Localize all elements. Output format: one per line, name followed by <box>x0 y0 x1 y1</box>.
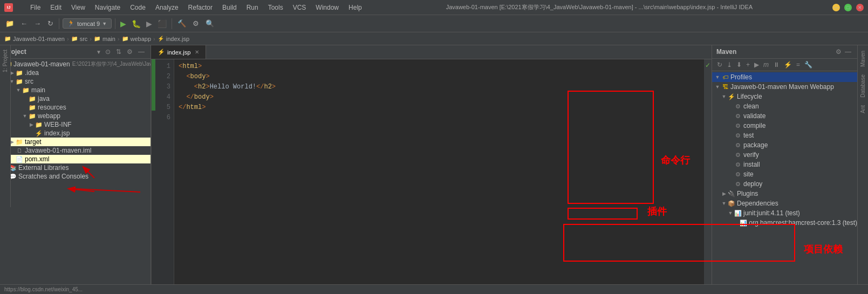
maven-item-test[interactable]: ⚙ test <box>712 131 857 140</box>
menu-build[interactable]: Build <box>218 3 241 12</box>
clean-gear-icon: ⚙ <box>734 103 742 110</box>
code-editor[interactable]: <html> <body> <h2>Hello World!</h2> </bo… <box>174 59 704 294</box>
side-tab-ant[interactable]: Ant <box>859 102 867 117</box>
forward-button[interactable]: → <box>32 18 43 29</box>
run-button[interactable]: ▶ <box>119 18 128 29</box>
menu-vcs[interactable]: VCS <box>289 3 311 12</box>
menu-file[interactable]: File <box>26 3 45 12</box>
menu-run[interactable]: Run <box>242 3 263 12</box>
tree-item-idea[interactable]: ▶ 📁 .idea <box>0 69 151 77</box>
maven-skip-btn[interactable]: ⚡ <box>782 60 794 69</box>
tree-item-java[interactable]: 📁 java <box>0 94 151 103</box>
maven-reimport-btn[interactable]: ⤓ <box>725 60 734 69</box>
search-button[interactable]: 🔍 <box>203 18 216 29</box>
side-tab-database[interactable]: Database <box>859 71 867 101</box>
hamcrest-icon: 📊 <box>740 220 748 227</box>
maven-equal-btn[interactable]: = <box>795 60 802 69</box>
tree-item-extlibs[interactable]: ▶ 📚 External Libraries <box>0 163 151 172</box>
menu-analyze[interactable]: Analyze <box>151 3 183 12</box>
maven-item-junit[interactable]: ▼ 📊 junit:junit:4.11 (test) <box>712 208 857 218</box>
maven-pause-btn[interactable]: ⏸ <box>771 60 781 69</box>
deploy-gear-icon: ⚙ <box>734 181 742 188</box>
coverage-button[interactable]: ▶ <box>145 18 154 29</box>
maven-item-verify[interactable]: ⚙ verify <box>712 150 857 160</box>
menu-navigate[interactable]: Navigate <box>91 3 125 12</box>
tree-item-target[interactable]: ▶ 📁 target <box>0 138 151 146</box>
breadcrumb-webapp[interactable]: webapp <box>131 36 152 42</box>
menu-window[interactable]: Window <box>311 3 343 12</box>
menu-view[interactable]: View <box>67 3 90 12</box>
run-config-label: tomcat 9 <box>77 20 100 27</box>
project-settings-icon[interactable]: ⚙ <box>125 47 134 56</box>
breadcrumb-main[interactable]: main <box>102 36 115 42</box>
project-sync-icon[interactable]: ⊙ <box>104 47 112 56</box>
maven-refresh-btn[interactable]: ↻ <box>715 60 724 69</box>
menu-code[interactable]: Code <box>126 3 150 12</box>
side-tab-maven[interactable]: Maven <box>859 47 867 70</box>
maven-item-deploy[interactable]: ⚙ deploy <box>712 179 857 189</box>
debug-button[interactable]: 🐛 <box>130 18 142 29</box>
tree-item-iml[interactable]: 🗋 Javaweb-01-maven.iml <box>0 146 151 155</box>
open-button[interactable]: 📁 <box>3 18 16 29</box>
line-num-4: 4 <box>155 92 170 102</box>
tree-item-src[interactable]: ▼ 📁 src <box>0 77 151 86</box>
menu-edit[interactable]: Edit <box>46 3 66 12</box>
build-button[interactable]: 🔨 <box>175 18 188 29</box>
editor-tab-indexjsp[interactable]: ⚡ index.jsp ✕ <box>151 45 206 59</box>
back-button[interactable]: ← <box>18 18 30 29</box>
tree-item-pomxml[interactable]: 📄 pom.xml <box>0 155 151 163</box>
maven-item-compile[interactable]: ⚙ compile <box>712 121 857 131</box>
sdk-button[interactable]: ⚙ <box>190 18 201 29</box>
maven-project-icon: 🏗 <box>721 84 729 90</box>
tree-item-webinf[interactable]: ▶ 📁 WEB-INF <box>0 120 151 129</box>
tab-close-indexjsp[interactable]: ✕ <box>195 49 199 55</box>
maven-item-package[interactable]: ⚙ package <box>712 140 857 150</box>
maven-item-validate[interactable]: ⚙ validate <box>712 111 857 121</box>
breadcrumb-project[interactable]: Javaweb-01-maven <box>13 36 65 42</box>
maven-download-btn[interactable]: ⬇ <box>735 60 743 69</box>
maven-item-profiles[interactable]: ▼ 🏷 Profiles <box>712 72 857 82</box>
run-config-selector[interactable]: 🏃 tomcat 9 ▼ <box>63 18 112 29</box>
maven-item-hamcrest[interactable]: 📊 org.hamcrest:hamcrest-core:1.3 (test) <box>712 218 857 228</box>
maven-item-project[interactable]: ▼ 🏗 Javaweb-01-maven Maven Webapp <box>712 82 857 92</box>
maven-item-install[interactable]: ⚙ install <box>712 160 857 169</box>
maven-item-plugins[interactable]: ▶ 🔌 Plugins <box>712 189 857 199</box>
project-tree: ▼ 📁 Javaweb-01-maven E:\2021寒假学习\4_JavaW… <box>0 59 151 294</box>
breadcrumb-sep-2: › <box>90 36 92 42</box>
tree-item-root[interactable]: ▼ 📁 Javaweb-01-maven E:\2021寒假学习\4_JavaW… <box>0 60 151 69</box>
maven-item-dependencies[interactable]: ▼ 📦 Dependencies <box>712 199 857 208</box>
project-hide-icon[interactable]: — <box>136 47 146 56</box>
maven-item-site[interactable]: ⚙ site <box>712 169 857 179</box>
breadcrumb-sep-1: › <box>67 36 69 42</box>
tree-item-webapp[interactable]: ▼ 📁 webapp <box>0 112 151 120</box>
tree-arrow-webinf: ▶ <box>28 122 35 127</box>
maven-label-validate: validate <box>743 112 766 120</box>
line-num-3: 3 <box>155 82 170 92</box>
gutter-mark-3 <box>152 80 155 90</box>
tree-item-indexjsp[interactable]: ⚡ index.jsp <box>0 129 151 138</box>
maven-hide-icon[interactable]: — <box>843 47 853 56</box>
maven-m-btn[interactable]: m <box>762 60 770 69</box>
maven-add-btn[interactable]: + <box>744 60 751 69</box>
maven-item-clean[interactable]: ⚙ clean <box>712 101 857 111</box>
left-panel-tab-project[interactable]: 1: Project <box>1 47 9 74</box>
tree-item-scratches[interactable]: ▶ 💬 Scratches and Consoles <box>0 172 151 181</box>
tree-item-resources[interactable]: 📁 resources <box>0 103 151 112</box>
maximize-button[interactable]: □ <box>844 4 852 11</box>
maven-item-lifecycle[interactable]: ▼ ⚡ Lifecycle <box>712 92 857 101</box>
menu-refactor[interactable]: Refactor <box>184 3 217 12</box>
breadcrumb-indexjsp[interactable]: index.jsp <box>166 36 189 42</box>
close-button[interactable]: ✕ <box>856 4 864 11</box>
sync-button[interactable]: ↻ <box>45 18 56 29</box>
tree-item-main[interactable]: ▼ 📁 main <box>0 86 151 94</box>
maven-run-btn[interactable]: ▶ <box>753 60 761 69</box>
maven-settings-icon[interactable]: ⚙ <box>834 47 843 56</box>
stop-button[interactable]: ⬛ <box>156 18 168 29</box>
maven-wrench-btn[interactable]: 🔧 <box>803 60 814 69</box>
menu-help[interactable]: Help <box>344 3 366 12</box>
breadcrumb-src[interactable]: src <box>80 36 88 42</box>
test-gear-icon: ⚙ <box>734 132 742 139</box>
minimize-button[interactable]: — <box>832 4 840 11</box>
project-layout-icon[interactable]: ⇅ <box>114 47 123 56</box>
menu-tools[interactable]: Tools <box>264 3 288 12</box>
